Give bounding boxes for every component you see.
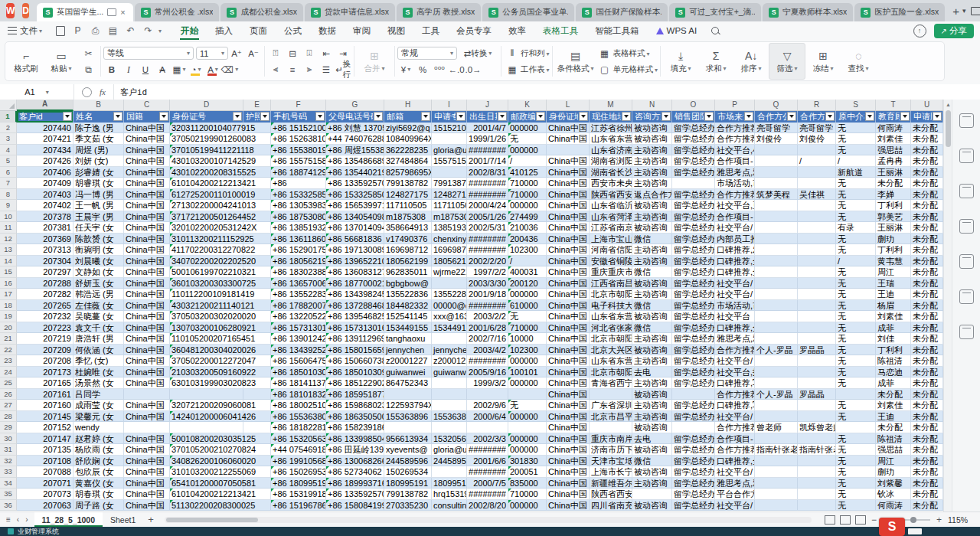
- cell[interactable]: 2001/7/14: [467, 155, 508, 167]
- cell[interactable]: 北京市朝阳: [590, 289, 632, 300]
- cell[interactable]: +86 15536380: [271, 411, 326, 423]
- cell[interactable]: 济南市历下: [590, 444, 632, 456]
- cell[interactable]: [432, 400, 467, 411]
- cell[interactable]: [755, 256, 798, 267]
- column-header-O[interactable]: O: [672, 100, 715, 111]
- cell[interactable]: 留学总经办: [672, 234, 715, 245]
- cell[interactable]: 蒯玏: [876, 234, 911, 245]
- cell[interactable]: 留学总经办: [672, 189, 715, 201]
- cell[interactable]: 留学总经办: [672, 278, 715, 289]
- cell[interactable]: China中国: [547, 234, 590, 245]
- cell[interactable]: 王丽淋: [876, 222, 911, 234]
- column-header-C[interactable]: C: [124, 100, 170, 111]
- cell[interactable]: +86 1395468251: [326, 311, 384, 322]
- cell[interactable]: 207381: [17, 222, 74, 234]
- horizontal-scrollbar[interactable]: [165, 517, 812, 523]
- cell[interactable]: [672, 178, 715, 189]
- cell[interactable]: China中国: [124, 123, 170, 134]
- cell[interactable]: [798, 466, 836, 478]
- cell[interactable]: 四川省南充: [590, 500, 632, 511]
- cell[interactable]: 无: [836, 133, 876, 145]
- cell[interactable]: 2001/4/7: [467, 123, 508, 134]
- cell[interactable]: 留学总经办: [672, 367, 715, 378]
- format-painter-button[interactable]: ⌐ 格式刷: [8, 44, 44, 79]
- cell[interactable]: 135522836: [384, 289, 432, 300]
- switch-window-icon[interactable]: [966, 0, 980, 21]
- cell[interactable]: [432, 422, 467, 433]
- cell[interactable]: 108409964XXX@163.: [384, 133, 432, 145]
- cell[interactable]: [508, 389, 547, 400]
- cell[interactable]: 口碑推荐,写: [715, 400, 755, 411]
- cell[interactable]: 未分配: [911, 444, 943, 456]
- merge-cells-button[interactable]: ⊞ 合并▾: [357, 44, 392, 79]
- menu-item-开始[interactable]: 开始: [172, 21, 207, 40]
- cell[interactable]: +86 1391129694: [326, 333, 384, 345]
- cell[interactable]: [755, 167, 798, 178]
- find-button[interactable]: ◌ 查找▾: [841, 44, 876, 79]
- cell[interactable]: 成菲: [876, 377, 911, 389]
- cell[interactable]: 117110505: [432, 200, 467, 211]
- cell[interactable]: 新航道: [836, 167, 876, 178]
- cell[interactable]: ziyi5692@q: [384, 123, 432, 134]
- header-cell[interactable]: 出生日期: [467, 111, 508, 123]
- cell[interactable]: +86 18101832: [271, 389, 326, 400]
- row-header-7[interactable]: 7: [0, 178, 17, 189]
- cell[interactable]: [798, 178, 836, 189]
- cell[interactable]: 207304: [17, 256, 74, 267]
- cell[interactable]: [590, 422, 632, 433]
- cell[interactable]: 留学总经办: [672, 456, 715, 467]
- cell[interactable]: China中国: [124, 489, 170, 500]
- cell[interactable]: [798, 200, 836, 211]
- horizontal-scroll-thumb[interactable]: [166, 518, 258, 522]
- cell[interactable]: China中国: [124, 211, 170, 223]
- column-header-L[interactable]: L: [547, 100, 590, 111]
- cell[interactable]: [755, 155, 798, 167]
- cell[interactable]: 刘俊伶: [755, 133, 798, 145]
- row-header-28[interactable]: 28: [0, 411, 17, 423]
- cell[interactable]: 市场活动,市: [715, 178, 755, 189]
- cell[interactable]: consulting: [432, 500, 467, 511]
- cell[interactable]: China中国: [547, 466, 590, 478]
- cell[interactable]: [755, 322, 798, 334]
- cell[interactable]: z20001227: [384, 355, 432, 367]
- cell[interactable]: 430102200208315525: [170, 167, 243, 178]
- cell[interactable]: +86 田延岭1395: [326, 444, 384, 456]
- cell[interactable]: 无: [836, 367, 876, 378]
- cell[interactable]: 内部员工推: [715, 234, 755, 245]
- cell[interactable]: 2002/2/20: [467, 256, 508, 267]
- cell[interactable]: +86 1335925706: [326, 178, 384, 189]
- cell[interactable]: 丁利利: [876, 345, 911, 356]
- cell[interactable]: [243, 422, 271, 433]
- cell[interactable]: 电子科技大: [590, 300, 632, 312]
- share-button[interactable]: ↗ 分享: [934, 24, 974, 38]
- cell[interactable]: 207378: [17, 211, 74, 223]
- cell[interactable]: 151521001: [432, 123, 467, 134]
- cell[interactable]: 合作方推荐: [715, 444, 755, 456]
- cell[interactable]: China中国: [547, 345, 590, 356]
- header-cell[interactable]: 市场来源: [715, 111, 755, 123]
- normal-view-icon[interactable]: [825, 515, 835, 525]
- cell[interactable]: China中国: [124, 456, 170, 467]
- cell[interactable]: 2002/8/31: [467, 167, 508, 178]
- document-tab[interactable]: S成都公积金.xlsx: [220, 3, 303, 21]
- cell[interactable]: 留学总经办: [672, 133, 715, 145]
- cell[interactable]: 北京市朝阳: [590, 333, 632, 345]
- cell[interactable]: gloria@uk: [432, 444, 467, 456]
- cell[interactable]: 360481200304020026: [170, 345, 243, 356]
- cell[interactable]: 合作方推荐: [715, 345, 755, 356]
- cell[interactable]: 124827175: [432, 189, 467, 201]
- cell[interactable]: 无: [836, 444, 876, 456]
- cell[interactable]: 杨欣雨 (女: [74, 444, 124, 456]
- filter-dropdown-button[interactable]: [63, 112, 72, 121]
- cell[interactable]: +86 1335925706: [326, 489, 384, 500]
- column-header-A[interactable]: A: [17, 100, 74, 111]
- table-style-button[interactable]: 表格样式▾: [613, 48, 650, 59]
- cell[interactable]: 何雨涛: [876, 500, 911, 511]
- cell[interactable]: +86 1343982452: [326, 289, 384, 300]
- cell[interactable]: +86 15606475: [271, 355, 326, 367]
- cell[interactable]: 刘素佳: [876, 311, 911, 322]
- document-tab[interactable]: S医护五险一金.xlsx: [854, 3, 945, 21]
- cell[interactable]: 山东省济南: [590, 145, 632, 156]
- filter-dropdown-button[interactable]: [233, 112, 242, 121]
- filter-dropdown-button[interactable]: [498, 112, 507, 121]
